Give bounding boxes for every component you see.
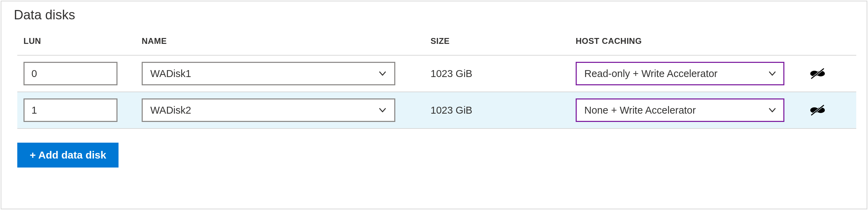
write-accelerator-icon[interactable] <box>810 66 825 81</box>
host-caching-value: Read-only + Write Accelerator <box>584 68 718 79</box>
cell-lun <box>23 62 142 85</box>
data-disks-panel: Data disks LUN NAME SIZE HOST CACHING WA… <box>1 1 867 209</box>
cell-name: WADisk2 <box>142 98 431 122</box>
lun-input[interactable] <box>23 62 117 85</box>
data-disks-table: LUN NAME SIZE HOST CACHING WADisk1 1023 … <box>17 36 856 129</box>
lun-input[interactable] <box>23 98 117 122</box>
header-lun: LUN <box>23 36 142 46</box>
cell-host-caching: Read-only + Write Accelerator <box>576 62 797 85</box>
cell-size: 1023 GiB <box>431 105 576 116</box>
table-row: WADisk1 1023 GiB Read-only + Write Accel… <box>17 56 856 92</box>
add-data-disk-button[interactable]: + Add data disk <box>17 143 119 168</box>
section-title: Data disks <box>14 8 856 22</box>
cell-action <box>797 66 838 81</box>
header-name: NAME <box>142 36 431 46</box>
cell-action <box>797 103 838 118</box>
cell-name: WADisk1 <box>142 62 431 85</box>
host-caching-select[interactable]: Read-only + Write Accelerator <box>576 62 784 85</box>
name-select[interactable]: WADisk2 <box>142 98 395 122</box>
chevron-down-icon <box>767 105 777 115</box>
write-accelerator-icon[interactable] <box>810 103 825 118</box>
chevron-down-icon <box>378 105 387 115</box>
header-size: SIZE <box>431 36 576 46</box>
table-row: WADisk2 1023 GiB None + Write Accelerato… <box>17 92 856 129</box>
cell-lun <box>23 98 142 122</box>
chevron-down-icon <box>378 69 387 78</box>
host-caching-select[interactable]: None + Write Accelerator <box>576 98 784 122</box>
cell-size: 1023 GiB <box>431 68 576 79</box>
name-select-value: WADisk2 <box>150 105 191 116</box>
cell-host-caching: None + Write Accelerator <box>576 98 797 122</box>
table-header-row: LUN NAME SIZE HOST CACHING <box>17 36 856 56</box>
name-select-value: WADisk1 <box>150 68 191 79</box>
host-caching-value: None + Write Accelerator <box>584 105 696 116</box>
size-text: 1023 GiB <box>431 68 472 79</box>
name-select[interactable]: WADisk1 <box>142 62 395 85</box>
size-text: 1023 GiB <box>431 105 472 116</box>
header-host-caching: HOST CACHING <box>576 36 797 46</box>
chevron-down-icon <box>767 69 777 78</box>
